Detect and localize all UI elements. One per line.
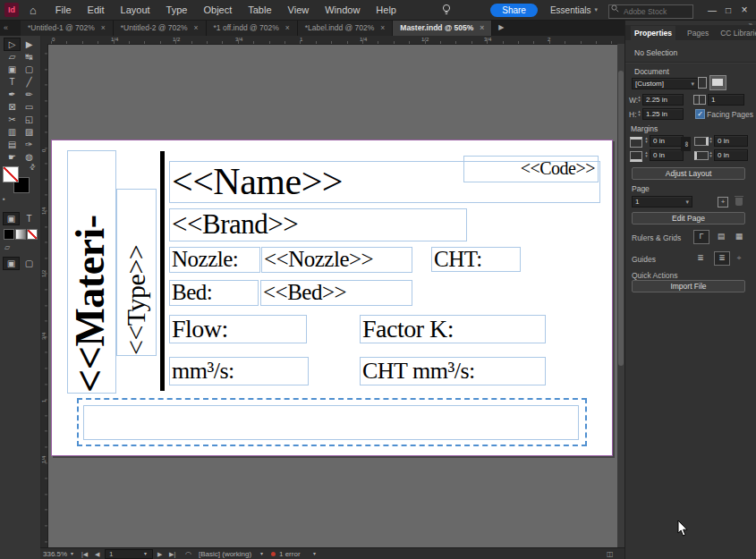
menu-view[interactable]: View [280,4,318,15]
page-count-field[interactable]: 1 [708,94,744,106]
type-tool[interactable]: T [4,76,20,88]
bed-value-frame[interactable]: <<Bed>> [260,280,412,306]
pencil-tool[interactable]: ✏ [21,89,37,100]
maximize-button[interactable]: □ [720,5,736,15]
share-button[interactable]: Share [490,4,538,17]
tab-overflow-icon[interactable]: ▶ [492,20,504,36]
error-count[interactable]: 1 error [279,548,301,559]
nozzle-value-frame[interactable]: <<Nozzle>> [261,247,412,273]
smart-guides-icon[interactable]: ⌖ [732,251,746,264]
vertical-ruler[interactable]: 0 1/4 1/2 3/4 1 1/4 [40,44,48,547]
workspace-switcher[interactable]: Essentials [550,5,591,15]
margin-inside-field[interactable]: 0 in [714,135,748,147]
menu-edit[interactable]: Edit [80,4,113,15]
document-tab[interactable]: *Label.indd @ 702% × [298,20,394,36]
margin-inside-stepper[interactable]: ▴▾ [708,136,714,143]
eyedropper-tool[interactable]: ✑ [21,139,37,150]
swap-fill-stroke-icon[interactable]: ⇄ [28,162,38,172]
menu-file[interactable]: File [47,4,80,15]
type-text-frame[interactable]: <<Type>> [116,189,157,356]
next-page-button[interactable]: ▶ [157,548,162,559]
margin-outside-field[interactable]: 0 in [714,149,748,161]
page-number-dropdown[interactable]: 1 ▾ [632,196,692,208]
preflight-profile[interactable]: [Basic] (working) [199,548,251,559]
screen-mode-preview-button[interactable]: ▢ [21,258,37,269]
default-fill-stroke-icon[interactable]: ▪ [3,195,5,203]
link-margins-icon[interactable]: ∞ [681,137,691,151]
cht-label-frame[interactable]: CHT: [431,247,521,272]
code-text-frame[interactable]: <<Code>> [463,156,599,182]
width-field[interactable]: 2.25 in [642,94,684,106]
formatting-affects-text-button[interactable]: T [21,213,37,224]
show-rulers-icon[interactable]: Γ [693,230,709,244]
export-preview-icon[interactable]: ▱ [4,243,10,251]
pen-tool[interactable]: ✒ [4,89,20,100]
page[interactable]: <<Materi- <<Type>> <<Name>> <<Code>> <<B… [51,140,613,456]
cht-mm3s-label-frame[interactable]: CHT mm³/s: [360,357,546,385]
gradient-swatch-tool[interactable]: ▥ [4,126,20,138]
material-text-frame[interactable]: <<Materi- [67,150,116,394]
close-icon[interactable]: × [285,23,290,32]
horizontal-ruler[interactable]: 0 1/4 1/2 3/4 1 1/4 1/2 3/4 2 [40,36,624,45]
content-placer-tool[interactable]: ▢ [21,64,37,75]
collapse-tools-icon[interactable]: « [0,20,21,36]
nozzle-label-frame[interactable]: Nozzle: [169,247,260,273]
tab-pages[interactable]: Pages [687,29,709,38]
adjust-layout-button[interactable]: Adjust Layout [632,167,745,180]
margin-top-stepper[interactable]: ▴▾ [643,136,650,143]
tab-cc-libraries[interactable]: CC Libraries [720,29,756,38]
menu-layout[interactable]: Layout [113,4,158,15]
home-icon[interactable]: ⌂ [30,4,37,17]
margin-bottom-field[interactable]: 0 in [650,149,684,161]
prev-page-button[interactable]: ◀ [95,548,99,559]
baseline-grid-icon[interactable]: ▤ [714,230,728,242]
height-field[interactable]: 1.25 in [642,108,684,120]
tab-properties[interactable]: Properties [631,26,675,40]
factor-k-label-frame[interactable]: Factor K: [360,315,546,343]
preflight-icon[interactable]: ◠ [185,548,191,559]
scissors-tool[interactable]: ✂ [4,114,20,125]
fill-swatch-none[interactable] [3,166,19,182]
brand-text-frame[interactable]: <<Brand>> [169,208,467,241]
learn-lightbulb-icon[interactable] [442,4,451,16]
document-tab-active[interactable]: Master.indd @ 505% × [393,20,492,36]
selection-tool[interactable]: ▷ [4,38,20,50]
formatting-affects-container-button[interactable]: ▣ [4,213,19,224]
menu-object[interactable]: Object [195,4,240,15]
scrollbar-thumb[interactable] [618,71,624,366]
ruler-origin-corner[interactable] [40,36,47,44]
apply-color-button[interactable] [4,229,14,240]
spread-view-icon[interactable]: ◫ [607,548,614,559]
error-chevron-icon[interactable]: ▾ [313,548,316,559]
document-grid-icon[interactable]: ▦ [732,230,746,242]
minimize-button[interactable]: — [704,5,720,15]
bed-label-frame[interactable]: Bed: [169,280,259,306]
close-icon[interactable]: × [480,23,484,32]
lock-guides-icon[interactable]: ≣ [714,251,730,266]
rectangle-tool[interactable]: ▭ [21,101,37,113]
delete-page-button[interactable] [735,198,743,206]
vertical-divider-rule[interactable] [160,151,165,391]
edit-page-button[interactable]: Edit Page [632,212,745,224]
vertical-scrollbar[interactable] [617,44,624,547]
search-input[interactable] [608,4,693,19]
zoom-tool[interactable]: ◍ [21,151,37,163]
document-canvas[interactable]: 0 1/4 1/2 3/4 1 1/4 1/2 3/4 2 0 1/4 1/2 … [40,36,624,547]
menu-window[interactable]: Window [317,4,368,15]
zoom-level-field[interactable]: 336.5% [43,548,67,559]
margin-bottom-stepper[interactable]: ▴▾ [643,150,650,157]
facing-pages-checkbox[interactable]: ✓ [695,109,705,119]
apply-gradient-button[interactable] [15,229,26,240]
last-page-button[interactable]: ▶| [169,548,175,559]
margin-outside-stepper[interactable]: ▴▾ [708,150,714,157]
document-tab[interactable]: *Untitled-1 @ 702% × [21,20,114,36]
free-transform-tool[interactable]: ◱ [21,114,37,125]
document-tab[interactable]: *Untitled-2 @ 702% × [114,20,207,36]
add-page-button[interactable]: + [718,197,728,208]
apply-none-button[interactable] [27,229,38,240]
note-tool[interactable]: ▤ [4,139,20,150]
close-icon[interactable]: × [194,23,199,32]
flow-label-frame[interactable]: Flow: [169,315,307,343]
hand-tool[interactable]: ☛ [4,151,20,163]
show-guides-icon[interactable]: ≣ [693,251,708,264]
